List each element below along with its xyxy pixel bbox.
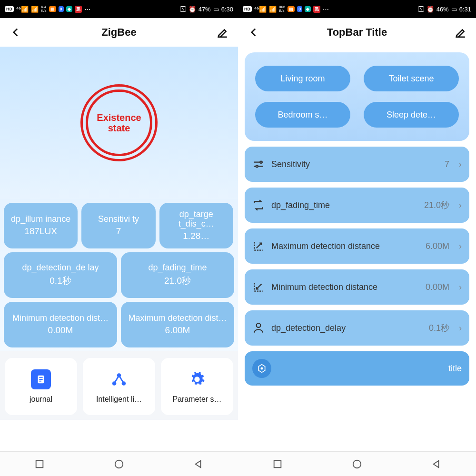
edit-icon[interactable]	[216, 26, 228, 39]
nav-recent-icon[interactable]	[272, 459, 283, 469]
signal-icon: ⁴⁶📶	[254, 6, 267, 13]
metrics-grid: dp_illum inance187LUX Sensitivi ty7 dp_t…	[0, 199, 238, 351]
nav-back-icon[interactable]	[193, 459, 204, 469]
tile-sensitivity[interactable]: Sensitivi ty7	[81, 203, 155, 248]
app-icon-2: 0	[297, 6, 302, 12]
gear-icon	[187, 369, 207, 389]
journal-icon	[31, 369, 51, 389]
range-min-icon	[252, 281, 265, 293]
battery-icon: ▭	[213, 6, 219, 13]
row-label: Minimum detection distance	[271, 282, 419, 292]
row-value: 6.00M	[426, 241, 449, 251]
nav-recent-icon[interactable]	[34, 459, 45, 469]
nfc-icon: N	[418, 6, 424, 12]
back-icon[interactable]	[10, 26, 22, 39]
phone-right: HD ⁴⁶📶 📶 806B/s ▤ 0 ◆ 觅 ⋯ N ⏰ 46% ▭ 6:31…	[238, 0, 476, 476]
page-title: ZigBee	[101, 26, 136, 39]
signal-icon: ⁴⁶📶	[16, 6, 29, 13]
wifi-icon: 📶	[31, 6, 39, 13]
hero-panel: Existence state	[0, 47, 238, 199]
scene-living-room[interactable]: Living room	[255, 66, 350, 91]
more-icon: ⋯	[323, 6, 329, 13]
scene-panel: Living room Toilet scene Bedroom s… Slee…	[245, 52, 469, 141]
action-row: journal Intelligent li… Parameter s…	[0, 351, 238, 420]
scene-bedroom[interactable]: Bedroom s…	[255, 102, 350, 128]
sliders-icon	[252, 158, 265, 170]
row-value: 7	[445, 159, 449, 169]
tile-target-distance[interactable]: dp_targe t_dis_c…1.28…	[159, 203, 233, 248]
svg-point-11	[257, 323, 261, 327]
chevron-right-icon: ›	[459, 282, 462, 292]
row-label: dp_detection_delay	[271, 323, 422, 333]
action-label: journal	[30, 395, 52, 404]
app-icon-4: 觅	[75, 6, 82, 13]
row-detection-delay[interactable]: dp_detection_delay 0.1秒 ›	[245, 310, 469, 346]
hd-icon: HD	[243, 6, 252, 12]
svg-rect-13	[274, 460, 281, 467]
row-max-distance[interactable]: Maximum detection distance 6.00M ›	[245, 228, 469, 264]
tile-illuminance[interactable]: dp_illum inance187LUX	[4, 203, 78, 248]
row-label: dp_fading_time	[271, 200, 417, 210]
nfc-icon: N	[180, 6, 186, 12]
row-sensitivity[interactable]: Sensitivity 7 ›	[245, 147, 469, 182]
tile-min-distance[interactable]: Minimum detection dist…0.00M	[4, 302, 117, 347]
alarm-icon: ⏰	[426, 6, 434, 13]
row-min-distance[interactable]: Minimum detection distance 0.00M ›	[245, 269, 469, 305]
row-value: 0.1秒	[429, 322, 449, 334]
chevron-right-icon: ›	[459, 200, 462, 210]
action-intelligent[interactable]: Intelligent li…	[83, 358, 155, 415]
android-nav	[0, 451, 238, 476]
row-value: 21.0秒	[424, 199, 449, 211]
clock-text: 6:30	[221, 6, 233, 13]
alarm-icon: ⏰	[188, 6, 196, 13]
nav-home-icon[interactable]	[114, 459, 124, 469]
hex-icon	[252, 359, 271, 378]
row-label: Maximum detection distance	[271, 241, 419, 251]
svg-rect-2	[39, 379, 42, 380]
action-parameters[interactable]: Parameter s…	[161, 358, 233, 415]
battery-text: 47%	[198, 6, 211, 13]
tile-fading-time[interactable]: dp_fading_time21.0秒	[121, 252, 234, 298]
app-icon-1: ▤	[49, 6, 56, 12]
more-icon: ⋯	[84, 6, 90, 13]
app-icon-1: ▤	[288, 6, 295, 12]
nav-home-icon[interactable]	[352, 459, 362, 469]
row-fading-time[interactable]: dp_fading_time 21.0秒 ›	[245, 188, 469, 223]
row-title[interactable]: title	[245, 351, 469, 386]
action-label: Intelligent li…	[96, 395, 142, 404]
svg-point-9	[260, 161, 262, 163]
clock-text: 6:31	[459, 6, 471, 13]
edit-icon[interactable]	[454, 26, 466, 39]
chevron-right-icon: ›	[459, 323, 462, 333]
scene-toilet[interactable]: Toilet scene	[364, 66, 459, 91]
app-icon-4: 觅	[313, 6, 320, 13]
tile-max-distance[interactable]: Maximum detection dist…6.00M	[121, 302, 234, 347]
chevron-right-icon: ›	[459, 159, 462, 169]
net-speed: 806B/s	[279, 5, 285, 13]
svg-rect-1	[39, 377, 42, 378]
person-icon	[252, 322, 265, 334]
settings-body: Living room Toilet scene Bedroom s… Slee…	[238, 47, 476, 451]
back-icon[interactable]	[248, 26, 260, 39]
battery-text: 46%	[436, 6, 449, 13]
range-max-icon	[252, 240, 265, 252]
wifi-icon: 📶	[269, 6, 277, 13]
page-title: TopBar Title	[327, 26, 387, 39]
tile-detection-delay[interactable]: dp_detection_de lay0.1秒	[4, 252, 117, 298]
chevron-right-icon: ›	[459, 241, 462, 251]
status-bar: HD ⁴⁶📶 📶 806B/s ▤ 0 ◆ 觅 ⋯ N ⏰ 46% ▭ 6:31	[238, 0, 476, 18]
state-label: Existence state	[88, 112, 150, 133]
battery-icon: ▭	[451, 6, 457, 13]
action-journal[interactable]: journal	[5, 358, 77, 415]
svg-point-14	[353, 460, 361, 468]
svg-rect-7	[36, 460, 43, 467]
net-speed: 6.4K/s	[41, 5, 47, 13]
linkage-icon	[109, 369, 129, 389]
scene-sleep[interactable]: Sleep dete…	[364, 102, 459, 128]
top-bar: TopBar Title	[238, 18, 476, 47]
app-icon-2: 0	[59, 6, 64, 12]
hd-icon: HD	[5, 6, 14, 12]
nav-back-icon[interactable]	[431, 459, 442, 469]
loop-icon	[252, 199, 265, 211]
phone-left: HD ⁴⁶📶 📶 6.4K/s ▤ 0 ◆ 觅 ⋯ N ⏰ 47% ▭ 6:30…	[0, 0, 238, 476]
